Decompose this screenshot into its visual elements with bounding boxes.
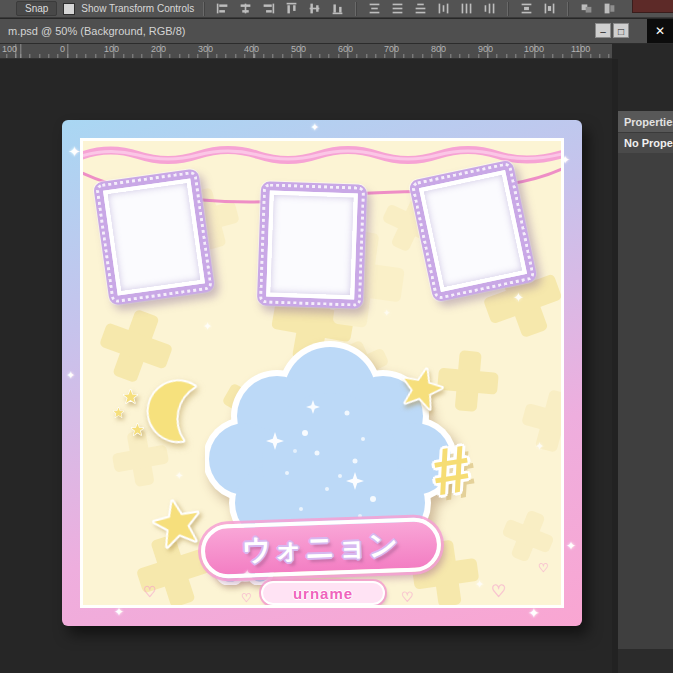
properties-panel-body (618, 153, 673, 649)
ruler-label: 300 (198, 44, 213, 54)
sparkle-icon: ✦ (203, 321, 212, 332)
tiny-star-icon (123, 389, 138, 404)
heart-icon: ♡ (143, 583, 156, 601)
ruler-label: 500 (291, 44, 306, 54)
ruler-label: 200 (151, 44, 166, 54)
ruler-label: 400 (244, 44, 259, 54)
title-badge: ウォニョン (200, 517, 442, 579)
ruler-label: 0 (60, 44, 65, 54)
art-background: # ウォニョン urname ♡ ♡ ♡ ♡ ♡ ✦ ✦ ✦ ✦ ✦ ✦ ✦ (80, 138, 564, 608)
subtitle-text: urname (293, 585, 353, 602)
options-bar: Snap Show Transform Controls (0, 0, 673, 18)
minimize-button[interactable]: – (595, 23, 611, 38)
ruler-label: 100 (2, 44, 17, 54)
ruler-label: 800 (431, 44, 446, 54)
document-tab-title[interactable]: m.psd @ 50% (Background, RGB/8) (8, 25, 185, 37)
align-left-edges-icon[interactable] (214, 1, 231, 16)
sparkle-icon: ✦ (243, 569, 251, 579)
show-transform-checkbox[interactable] (63, 3, 75, 15)
photo-stamp-2 (257, 181, 367, 309)
show-transform-label: Show Transform Controls (81, 3, 194, 14)
workspace-badge[interactable] (632, 0, 673, 13)
heart-icon: ♡ (538, 561, 549, 575)
ruler-label: 100 (104, 44, 119, 54)
stamp-photo-area (266, 190, 358, 299)
art-document[interactable]: # ウォニョン urname ♡ ♡ ♡ ♡ ♡ ✦ ✦ ✦ ✦ ✦ ✦ ✦ ✦ (62, 120, 582, 626)
sparkle-icon: ✦ (66, 370, 75, 381)
ruler-label: 600 (338, 44, 353, 54)
sparkle-icon: ✦ (175, 471, 183, 481)
sparkle-icon: ✦ (566, 540, 576, 552)
toolbar-separator (567, 2, 569, 16)
ruler-label: 900 (478, 44, 493, 54)
tiny-star-icon (113, 407, 124, 418)
toolbar-separator (355, 2, 357, 16)
properties-tab[interactable]: Properties (618, 111, 673, 133)
align-horizontal-centers-icon[interactable] (237, 1, 254, 16)
distribute-bottom-edges-icon[interactable] (412, 1, 429, 16)
align-top-edges-icon[interactable] (283, 1, 300, 16)
properties-panel: Properties No Properties (618, 59, 673, 673)
sparkle-icon: ✦ (68, 144, 81, 159)
heart-icon: ♡ (401, 589, 414, 605)
toolbar-separator (203, 2, 205, 16)
sparkle-icon: ✦ (513, 291, 524, 304)
tiny-star-icon (131, 423, 144, 436)
pattern-cross (495, 503, 560, 568)
align-bottom-edges-icon[interactable] (329, 1, 346, 16)
photo-stamp-1 (93, 168, 215, 306)
subtitle-pill: urname (261, 581, 385, 605)
properties-panel-footer (618, 649, 673, 673)
sparkle-icon: ✦ (383, 309, 391, 318)
distribute-right-edges-icon[interactable] (481, 1, 498, 16)
maximize-button[interactable]: □ (613, 23, 629, 38)
toolbar-separator (507, 2, 509, 16)
heart-icon: ♡ (241, 591, 252, 605)
sparkle-icon: ✦ (114, 606, 124, 618)
close-button[interactable]: ✕ (647, 19, 673, 43)
ruler-label: 1100 (571, 44, 590, 54)
heart-icon: ♡ (491, 581, 506, 602)
stamp-photo-area (419, 170, 527, 292)
ruler-label: 1000 (524, 44, 544, 54)
title-text: ウォニョン (241, 525, 401, 571)
star-bottom-left-icon (149, 495, 206, 552)
sparkle-icon: ✦ (560, 154, 570, 166)
auto-align-layers-icon[interactable] (578, 1, 595, 16)
horizontal-ruler[interactable]: 100 0 100 200 300 400 500 600 700 800 90… (0, 44, 612, 59)
align-vertical-centers-icon[interactable] (306, 1, 323, 16)
align-right-edges-icon[interactable] (260, 1, 277, 16)
properties-empty-message: No Properties (618, 133, 673, 153)
distribute-horizontal-centers-icon[interactable] (458, 1, 475, 16)
sparkle-icon: ✦ (535, 441, 544, 452)
distribute-left-edges-icon[interactable] (435, 1, 452, 16)
auto-blend-layers-icon[interactable] (601, 1, 618, 16)
sparkle-icon: ✦ (310, 122, 319, 133)
distribute-vertical-spacing-icon[interactable] (518, 1, 535, 16)
sparkle-icon: ✦ (528, 606, 540, 620)
distribute-vertical-centers-icon[interactable] (389, 1, 406, 16)
sparkle-icon: ✦ (475, 579, 484, 590)
ruler-label: 700 (384, 44, 399, 54)
distribute-horizontal-spacing-icon[interactable] (541, 1, 558, 16)
distribute-top-edges-icon[interactable] (366, 1, 383, 16)
document-tab-bar: m.psd @ 50% (Background, RGB/8) – □ ✕ (0, 19, 673, 44)
canvas-area[interactable]: # ウォニョン urname ♡ ♡ ♡ ♡ ♡ ✦ ✦ ✦ ✦ ✦ ✦ ✦ ✦ (0, 59, 612, 673)
snap-button[interactable]: Snap (16, 1, 57, 16)
stamp-photo-area (103, 178, 205, 295)
